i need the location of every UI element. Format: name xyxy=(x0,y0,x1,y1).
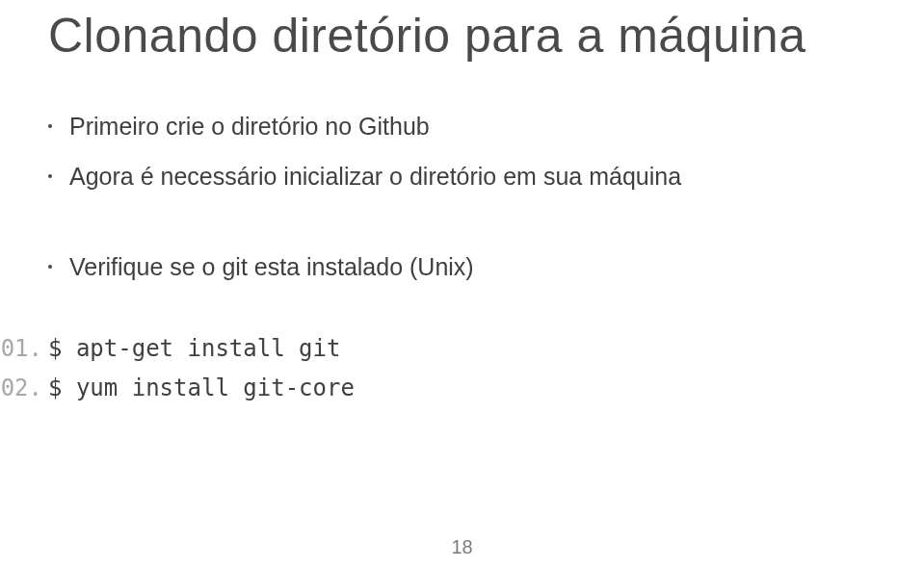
bullet-text: Verifique se o git esta instalado (Unix) xyxy=(69,251,474,284)
code-text: $ apt-get install git xyxy=(48,329,340,369)
line-number: 02. xyxy=(0,369,42,408)
bullet-dot-icon xyxy=(48,265,52,269)
bullet-list: Primeiro crie o diretório no Github Agor… xyxy=(48,111,681,300)
code-line: 02. $ yum install git-core xyxy=(0,369,355,408)
code-block: 01. $ apt-get install git 02. $ yum inst… xyxy=(0,329,355,408)
bullet-dot-icon xyxy=(48,174,52,178)
bullet-text: Primeiro crie o diretório no Github xyxy=(69,111,430,143)
bullet-item: Verifique se o git esta instalado (Unix) xyxy=(48,251,681,284)
line-number: 01. xyxy=(0,329,42,369)
code-line: 01. $ apt-get install git xyxy=(0,329,355,369)
bullet-item: Primeiro crie o diretório no Github xyxy=(48,111,681,143)
bullet-dot-icon xyxy=(48,124,52,128)
code-text: $ yum install git-core xyxy=(48,369,355,408)
page-number: 18 xyxy=(0,536,924,558)
bullet-text: Agora é necessário inicializar o diretór… xyxy=(69,161,681,194)
slide: Clonando diretório para a máquina Primei… xyxy=(0,0,924,568)
slide-title: Clonando diretório para a máquina xyxy=(48,8,805,64)
bullet-item: Agora é necessário inicializar o diretór… xyxy=(48,161,681,194)
